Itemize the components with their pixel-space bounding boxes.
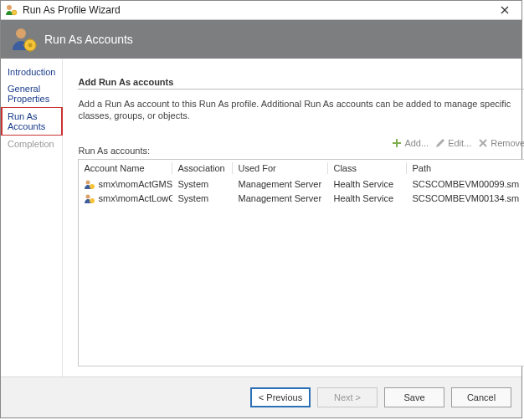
col-used-for[interactable]: Used For [233,160,328,177]
account-icon [84,193,95,204]
col-class[interactable]: Class [328,160,407,177]
sidebar-item-introduction[interactable]: Introduction [1,64,62,80]
col-path[interactable]: Path [407,160,524,177]
svg-point-4 [16,28,26,38]
banner: Run As Accounts [1,20,521,59]
close-button[interactable] [491,3,518,17]
list-toolbar-row: Run As accounts: Add... Edit... [78,131,524,156]
table-row[interactable]: smx\momActLowG System Management Server … [79,192,524,206]
cell-class: Health Service [328,192,407,205]
page-heading: Add Run As accounts [78,77,524,90]
content-panel: Add Run As accounts Add a Run As account… [63,59,524,376]
cell-used-for: Management Server [233,192,328,205]
wizard-window: Run As Profile Wizard Run As Accounts [0,0,522,418]
svg-point-1 [12,10,17,15]
cell-path: SCSCOMBEVM00134.sm [407,192,524,205]
save-button[interactable]: Save [384,387,444,407]
footer: < Previous Next > Save Cancel [1,376,521,417]
col-account-name[interactable]: Account Name [79,160,172,177]
cell-class: Health Service [328,178,407,191]
cell-association: System [172,192,233,205]
banner-title: Run As Accounts [44,33,133,46]
svg-point-18 [90,198,95,203]
cell-association: System [172,178,233,191]
sidebar-item-run-as-accounts[interactable]: Run As Accounts [1,107,63,136]
spacer [78,366,524,376]
app-icon [4,3,18,17]
next-button[interactable]: Next > [317,387,378,407]
svg-rect-12 [393,142,401,144]
pencil-icon [435,138,445,148]
svg-point-16 [90,184,95,189]
remove-button[interactable]: Remove [478,138,524,148]
cell-account-name: smx\momActLowG [98,193,172,203]
col-association[interactable]: Association [172,160,233,177]
svg-point-15 [86,180,90,184]
previous-button[interactable]: < Previous [250,387,311,407]
body: Introduction General Properties Run As A… [1,59,521,376]
account-icon [84,179,95,190]
add-button[interactable]: Add... [392,138,429,148]
sidebar-item-general-properties[interactable]: General Properties [1,80,62,107]
svg-point-17 [86,194,90,198]
add-label: Add... [404,138,429,148]
accounts-grid: Account Name Association Used For Class … [78,159,524,366]
x-icon [478,138,488,148]
sidebar: Introduction General Properties Run As A… [1,59,63,376]
window-title: Run As Profile Wizard [23,4,491,16]
close-icon [501,6,509,14]
titlebar: Run As Profile Wizard [1,1,521,20]
profile-icon [9,25,38,54]
edit-label: Edit... [448,138,471,148]
table-row[interactable]: smx\momActGMSA$ System Management Server… [79,177,524,192]
cell-path: SCSCOMBEVM00099.sm [407,178,524,191]
svg-point-0 [7,5,12,10]
cell-used-for: Management Server [233,178,328,191]
remove-label: Remove [491,138,524,148]
list-label: Run As accounts: [78,146,150,156]
grid-header: Account Name Association Used For Class … [79,160,524,177]
page-description: Add a Run As account to this Run As prof… [78,93,524,131]
plus-icon [392,138,402,148]
sidebar-item-completion[interactable]: Completion [1,136,62,152]
svg-point-6 [28,44,33,48]
cancel-button[interactable]: Cancel [451,387,511,407]
edit-button[interactable]: Edit... [435,138,471,148]
cell-account-name: smx\momActGMSA$ [98,179,172,189]
